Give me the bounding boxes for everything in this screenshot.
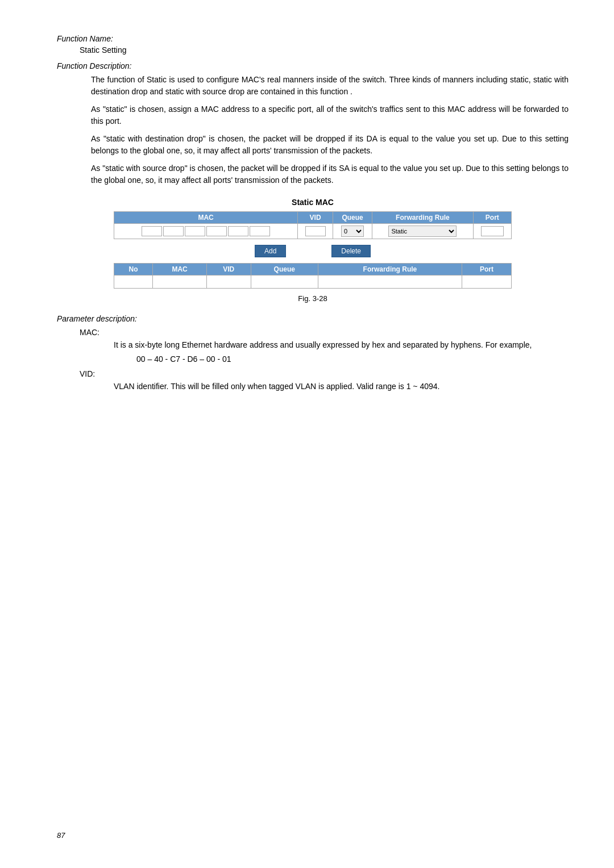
results-vid-cell	[206, 276, 251, 289]
results-col-forwarding: Forwarding Rule	[318, 264, 462, 276]
button-row: Add Delete	[114, 245, 512, 257]
add-button[interactable]: Add	[255, 245, 286, 257]
results-forwarding-cell	[318, 276, 462, 289]
forwarding-rule-select[interactable]: Static Static with destination drop Stat…	[388, 226, 457, 237]
param-desc-label: Parameter description:	[57, 314, 569, 323]
desc-paragraph-2: As "static" is chosen, assign a MAC addr…	[91, 103, 569, 127]
delete-button[interactable]: Delete	[331, 245, 371, 257]
mac-table-container: MAC VID Queue Forwarding Rule Port	[114, 211, 512, 289]
results-col-queue: Queue	[251, 264, 318, 276]
queue-cell: 0 1 2 3 4 5 6 7	[333, 224, 372, 239]
mac-input-table: MAC VID Queue Forwarding Rule Port	[114, 211, 512, 239]
fig-caption: Fig. 3-28	[57, 294, 569, 303]
vid-input-cell	[298, 224, 333, 239]
function-desc-label: Function Description:	[57, 61, 569, 70]
page-number: 87	[57, 831, 65, 840]
desc-paragraph-1: The function of Static is used to config…	[91, 74, 569, 98]
vid-input[interactable]	[305, 226, 326, 236]
mac-octet-4[interactable]	[206, 226, 227, 236]
mac-octet-2[interactable]	[163, 226, 184, 236]
mac-octet-5[interactable]	[228, 226, 248, 236]
col-header-port: Port	[473, 212, 511, 224]
results-table: No MAC VID Queue Forwarding Rule Port	[114, 263, 512, 289]
param-vid-section: VID: VLAN identifier. This will be fille…	[80, 369, 569, 393]
function-name-value: Static Setting	[80, 45, 569, 55]
static-mac-section: Static MAC MAC VID Queue Forwarding Rule…	[57, 198, 569, 303]
mac-octet-1[interactable]	[142, 226, 162, 236]
desc-paragraph-3: As "static with destination drop" is cho…	[91, 133, 569, 157]
mac-octet-3[interactable]	[185, 226, 205, 236]
results-col-mac: MAC	[153, 264, 207, 276]
param-mac-example: 00 – 40 - C7 - D6 – 00 - 01	[136, 354, 569, 364]
forwarding-rule-cell: Static Static with destination drop Stat…	[372, 224, 473, 239]
port-input[interactable]	[481, 226, 504, 236]
port-input-cell	[473, 224, 511, 239]
desc-paragraph-4: As "static with source drop" is chosen, …	[91, 162, 569, 186]
mac-input-cell	[114, 224, 298, 239]
results-col-port: Port	[462, 264, 511, 276]
function-desc-block: The function of Static is used to config…	[91, 74, 569, 186]
param-vid-name: VID:	[80, 369, 569, 378]
function-name-label: Function Name:	[57, 34, 569, 43]
col-header-queue: Queue	[333, 212, 372, 224]
param-mac-desc: It is a six-byte long Ethernet hardware …	[114, 339, 569, 351]
results-queue-cell	[251, 276, 318, 289]
mac-inputs	[117, 226, 295, 236]
results-no-cell	[114, 276, 153, 289]
queue-select[interactable]: 0 1 2 3 4 5 6 7	[341, 226, 364, 237]
mac-input-row: 0 1 2 3 4 5 6 7 Static Sta	[114, 224, 512, 239]
param-mac-section: MAC: It is a six-byte long Ethernet hard…	[80, 328, 569, 364]
results-col-vid: VID	[206, 264, 251, 276]
results-empty-row	[114, 276, 512, 289]
param-mac-name: MAC:	[80, 328, 569, 337]
results-port-cell	[462, 276, 511, 289]
static-mac-title: Static MAC	[57, 198, 569, 207]
col-header-forwarding: Forwarding Rule	[372, 212, 473, 224]
results-col-no: No	[114, 264, 153, 276]
col-header-mac: MAC	[114, 212, 298, 224]
param-vid-desc: VLAN identifier. This will be filled onl…	[114, 381, 569, 393]
mac-octet-6[interactable]	[250, 226, 270, 236]
col-header-vid: VID	[298, 212, 333, 224]
results-mac-cell	[153, 276, 207, 289]
